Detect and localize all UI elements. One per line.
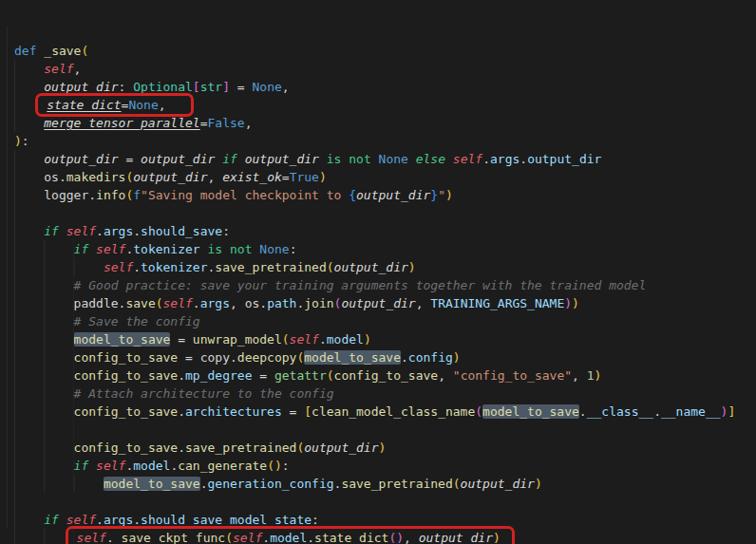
indent-guides: [14, 439, 74, 457]
code-token-prop: __name__: [661, 404, 721, 419]
code-token-prop: args: [200, 296, 230, 310]
indent-guide: [7, 27, 8, 528]
code-token-self: self: [96, 242, 125, 256]
code-editor[interactable]: def _save(self,output_dir: Optional[str]…: [0, 0, 756, 544]
code-token-b1: ): [453, 350, 461, 365]
code-token-param: output_dir: [44, 80, 118, 94]
code-token-pl: =: [252, 368, 274, 383]
code-token-lvar: model_to_save: [74, 332, 171, 347]
code-token-pl: ,: [208, 170, 223, 184]
code-token-pl: .: [319, 332, 327, 347]
code-line: [14, 493, 756, 511]
code-token-b1: ): [572, 296, 579, 310]
code-token-b2: [: [193, 80, 200, 94]
annotation-box: self._save_ckpt_func(self.model.state_di…: [66, 526, 515, 544]
indent-guides: [14, 150, 44, 168]
code-token-ctrl: not: [349, 152, 370, 166]
code-line: ):: [14, 132, 756, 150]
code-token-pl: =: [230, 80, 252, 94]
indent-guides: [14, 403, 74, 421]
code-token-pl: [88, 242, 96, 256]
code-token-self: self: [96, 459, 125, 473]
code-token-pl: .: [193, 296, 200, 310]
code-token-param: output_dir: [133, 170, 207, 184]
code-token-pl: [59, 224, 66, 238]
code-token-b1: ): [319, 170, 327, 184]
code-token-param: output_dir: [341, 296, 415, 310]
code-token-prop: args: [104, 513, 133, 527]
indent-guides: [14, 312, 74, 330]
indent-guides: [14, 348, 74, 366]
code-line: if self.model.can_generate():: [14, 457, 756, 475]
code-token-b1: ): [14, 134, 22, 148]
indent-guides: [14, 204, 44, 222]
code-token-self: self: [44, 62, 73, 76]
code-token-prop: output_dir: [527, 152, 601, 166]
code-token-prop: model: [270, 531, 307, 544]
code-token-pl: logger.: [44, 188, 96, 202]
code-token-kw: True: [290, 170, 319, 184]
code-token-fn: can_generate: [178, 459, 267, 473]
code-token-b1: (: [81, 44, 88, 58]
code-token-ctrl: if: [74, 242, 89, 256]
code-token-pl: .: [133, 513, 141, 527]
code-token-param: output_dir: [334, 260, 408, 274]
code-token-pl: [88, 459, 96, 473]
code-token-lvar: model_to_save: [304, 350, 401, 365]
code-token-pl: .: [653, 404, 661, 419]
code-token-ctrl: if: [44, 224, 59, 238]
code-token-pl: [215, 152, 222, 166]
code-token-prop: __class__: [587, 404, 653, 419]
code-line: self._save_ckpt_func(self.model.state_di…: [14, 529, 756, 544]
code-token-pl: .: [96, 513, 104, 527]
code-token-ctrl: if: [44, 513, 59, 527]
code-token-prop: architectures: [185, 404, 282, 419]
code-token-pl: ,: [416, 296, 431, 310]
code-token-pl: ,: [245, 116, 253, 130]
indent-guides: [14, 168, 44, 186]
code-token-prop: mp_degree: [185, 368, 252, 383]
code-token-lvar: model_to_save: [482, 404, 579, 419]
code-line: paddle.save(self.args, os.path.join(outp…: [14, 294, 756, 312]
code-token-pl: .: [106, 531, 114, 544]
indent-guides: [14, 421, 74, 439]
code-token-pl: .: [482, 152, 490, 166]
code-token-param: state_dict: [47, 98, 121, 112]
code-token-self: self: [290, 332, 319, 347]
indent-guides: [14, 240, 74, 258]
code-token-self: self: [453, 152, 482, 166]
indent-guides: [14, 186, 44, 204]
code-token-fn: save: [125, 296, 155, 310]
code-token-cmt: # Good practice: save your training argu…: [74, 278, 647, 292]
code-token-lvar: config_to_save: [74, 368, 179, 383]
code-token-fn: deepcopy: [237, 350, 297, 365]
code-token-b3: }: [430, 188, 438, 202]
code-token-prop: args: [490, 152, 520, 166]
code-token-b2: ]: [222, 80, 230, 94]
code-token-pl: .: [520, 152, 527, 166]
code-token-pl: os.: [44, 170, 66, 184]
code-token-pl: [200, 242, 208, 256]
code-line: config_to_save = copy.deepcopy(model_to_…: [14, 348, 756, 366]
code-token-pl: .: [307, 531, 314, 544]
code-token-param: output_dir: [356, 188, 430, 202]
code-token-pl: :: [290, 242, 297, 256]
code-token-fn: save_pretrained: [341, 477, 452, 491]
code-token-b1: (: [327, 260, 334, 274]
indent-guides: [14, 511, 44, 529]
code-token-param: exist_ok: [222, 170, 282, 184]
code-token-pl: .: [178, 368, 185, 383]
indent-guides: [14, 457, 74, 475]
code-token-kw: None: [259, 242, 289, 256]
indent-guides: [14, 222, 44, 240]
code-token-prop: tokenizer: [133, 242, 199, 256]
indent-guides: [14, 493, 44, 511]
code-token-kw: f: [133, 188, 141, 202]
code-token-b2: ): [564, 296, 572, 310]
code-line: config_to_save.mp_degree = getattr(confi…: [14, 366, 756, 385]
code-token-fn: state_dict: [314, 531, 388, 544]
code-line: config_to_save.save_pretrained(output_di…: [14, 439, 756, 457]
code-token-prop: TRAINING_ARGS_NAME: [430, 296, 564, 310]
annotation-box: state_dict=None,: [35, 93, 193, 117]
code-token-prop: should_save: [141, 224, 222, 238]
